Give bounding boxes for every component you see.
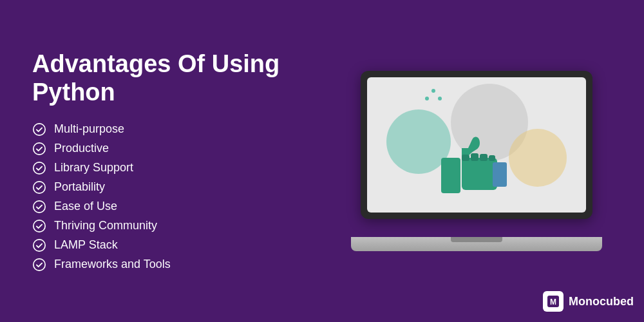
laptop-base bbox=[351, 237, 602, 251]
svg-point-0 bbox=[33, 124, 45, 135]
brand-logo-area: M Monocubed bbox=[543, 291, 634, 312]
logo-icon: M bbox=[543, 291, 564, 312]
thumbs-up-illustration bbox=[435, 129, 518, 200]
svg-point-2 bbox=[33, 162, 45, 174]
left-panel: Advantages Of Using Python Multi-purpose… bbox=[32, 50, 341, 271]
check-icon bbox=[32, 238, 46, 252]
list-item: Thriving Community bbox=[32, 219, 341, 233]
thumbs-up-svg bbox=[435, 129, 518, 200]
svg-rect-11 bbox=[462, 155, 469, 161]
main-container: Advantages Of Using Python Multi-purpose… bbox=[0, 0, 644, 322]
svg-text:M: M bbox=[550, 298, 556, 307]
check-icon bbox=[32, 142, 46, 156]
shine-dot-1 bbox=[425, 97, 429, 100]
list-item: Productive bbox=[32, 142, 341, 156]
check-icon bbox=[32, 180, 46, 194]
check-icon bbox=[32, 219, 46, 233]
list-item: Ease of Use bbox=[32, 200, 341, 214]
check-icon bbox=[32, 161, 46, 175]
svg-rect-12 bbox=[471, 153, 478, 161]
list-item-label: Ease of Use bbox=[54, 200, 117, 213]
list-item-label: LAMP Stack bbox=[54, 238, 118, 252]
list-item-label: Portability bbox=[54, 180, 105, 194]
svg-point-7 bbox=[33, 259, 45, 270]
list-item: Portability bbox=[32, 180, 341, 194]
svg-rect-14 bbox=[489, 155, 495, 161]
list-item: LAMP Stack bbox=[32, 238, 341, 252]
svg-point-3 bbox=[33, 182, 45, 193]
svg-rect-8 bbox=[441, 158, 460, 193]
page-title: Advantages Of Using Python bbox=[32, 50, 341, 106]
advantages-list: Multi-purpose Productive Library Support… bbox=[32, 122, 341, 272]
svg-point-1 bbox=[33, 143, 45, 155]
svg-point-6 bbox=[33, 240, 45, 251]
svg-point-4 bbox=[33, 201, 45, 213]
check-icon bbox=[32, 200, 46, 214]
list-item: Library Support bbox=[32, 161, 341, 175]
list-item-label: Frameworks and Tools bbox=[54, 258, 171, 271]
monocubed-logo-svg: M bbox=[547, 295, 560, 308]
list-item: Multi-purpose bbox=[32, 122, 341, 137]
shine-dot-3 bbox=[438, 97, 442, 100]
laptop-illustration bbox=[351, 71, 602, 251]
svg-point-5 bbox=[33, 220, 45, 232]
list-item-label: Library Support bbox=[54, 161, 133, 175]
list-item-label: Multi-purpose bbox=[54, 122, 124, 136]
list-item-label: Productive bbox=[54, 142, 109, 155]
check-icon bbox=[32, 122, 46, 137]
laptop-screen-content bbox=[367, 77, 586, 213]
list-item: Frameworks and Tools bbox=[32, 258, 341, 272]
svg-rect-10 bbox=[493, 162, 507, 187]
svg-rect-13 bbox=[480, 154, 488, 161]
right-panel bbox=[341, 71, 612, 251]
check-icon bbox=[32, 258, 46, 272]
shine-dot-2 bbox=[431, 89, 435, 93]
svg-rect-9 bbox=[462, 158, 497, 190]
brand-name: Monocubed bbox=[569, 295, 634, 308]
list-item-label: Thriving Community bbox=[54, 219, 157, 232]
laptop-screen bbox=[361, 71, 592, 219]
